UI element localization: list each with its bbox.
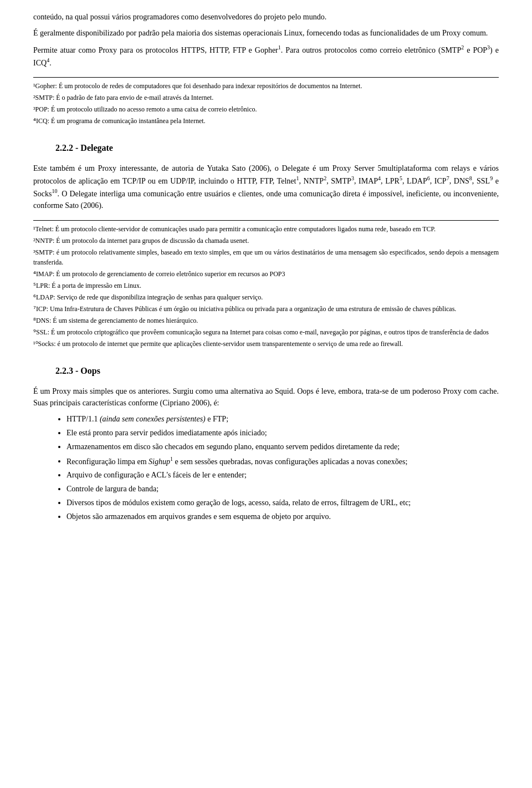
footnote2-6: ⁶LDAP: Serviço de rede que disponibiliza… — [33, 292, 499, 302]
footnote2-9: ⁹SSL: É um protocolo criptográfico que p… — [33, 327, 499, 337]
para2: É geralmente disponibilizado por padrão … — [33, 27, 499, 39]
section-222-heading: 2.2.2 - Delegate — [55, 141, 499, 155]
para3-text3: e POP — [464, 46, 487, 54]
delegate-text8: , DNS — [449, 177, 469, 185]
footnote2-4: ⁴IMAP: É um protocolo de gerenciamento d… — [33, 269, 499, 279]
footnotes-block-2: ¹Telnet: É um protocolo cliente-servidor… — [33, 220, 499, 349]
oops-bullet-1: HTTP/1.1 (ainda sem conexões persistente… — [66, 413, 499, 425]
para3-end: . — [49, 58, 52, 67]
para3: Permite atuar como Proxy para os protoco… — [33, 43, 499, 68]
para1: conteúdo, na qual possui vários programa… — [33, 11, 499, 23]
oops-list: HTTP/1.1 (ainda sem conexões persistente… — [66, 413, 499, 523]
delegate-end: . O Delegate interliga uma comunicação e… — [33, 190, 499, 210]
delegate-text9: , SSL — [472, 177, 490, 185]
oops-para1: É um Proxy mais simples que os anteriore… — [33, 385, 499, 409]
footnote2-3: ³SMTP: é um protocolo relativamente simp… — [33, 247, 499, 267]
footnotes-block-1: ¹Gopher: É um protocolo de redes de comp… — [33, 77, 499, 126]
oops-bullet-4: Reconfiguração limpa em Sighup1 e sem se… — [66, 455, 499, 467]
footnote1-3: ³POP: É um protocolo utilizado no acesso… — [33, 104, 499, 114]
footnote2-5: ⁵LPR: É a porta de impressão em Linux. — [33, 281, 499, 291]
delegate-text5: , LPR — [381, 177, 400, 185]
oops-bullet-7: Diversos tipos de módulos existem como g… — [66, 497, 499, 509]
delegate-text3: , SMTP — [326, 177, 351, 185]
footnote1-2: ²SMTP: É o padrão de fato para envio de … — [33, 93, 499, 103]
page-content: conteúdo, na qual possui vários programa… — [33, 11, 499, 522]
footnote2-8: ⁸DNS: É um sistema de gerenciamento de n… — [33, 316, 499, 326]
oops-bullet-6: Controle de largura de banda; — [66, 483, 499, 495]
para3-text1: Permite atuar como Proxy para os protoco… — [33, 46, 278, 54]
footnote1-4: ⁴ICQ: É um programa de comunicação insta… — [33, 116, 499, 126]
delegate-text2: , NNTP — [299, 177, 324, 185]
delegate-sup10: 10 — [52, 188, 57, 194]
footnote2-7: ⁷ICP: Uma Infra-Estrutura de Chaves Públ… — [33, 304, 499, 314]
footnote1-1: ¹Gopher: É um protocolo de redes de comp… — [33, 81, 499, 91]
footnote2-2: ²NNTP: É um protocolo da internet para g… — [33, 236, 499, 246]
delegate-para1: Este também é um Proxy interessante, de … — [33, 162, 499, 211]
delegate-text4: , IMAP — [354, 177, 378, 185]
oops-bullet-5: Arquivo de configuração e ACL's fáceis d… — [66, 469, 499, 481]
oops-bullet-3: Armazenamentos em disco são checados em … — [66, 441, 499, 453]
para3-text2: . Para outros protocolos como correio el… — [281, 46, 461, 54]
oops-bullet-8: Objetos são armazenados em arquivos gran… — [66, 511, 499, 522]
oops-bullet-2: Ele está pronto para servir pedidos imed… — [66, 427, 499, 439]
delegate-text7: , ICP — [430, 177, 447, 185]
footnote2-1: ¹Telnet: É um protocolo cliente-servidor… — [33, 224, 499, 234]
delegate-text6: , LDAP — [402, 177, 427, 185]
section-223-heading: 2.2.3 - Oops — [55, 364, 499, 378]
footnote2-10: ¹⁰Socks: é um protocolo de internet que … — [33, 339, 499, 349]
